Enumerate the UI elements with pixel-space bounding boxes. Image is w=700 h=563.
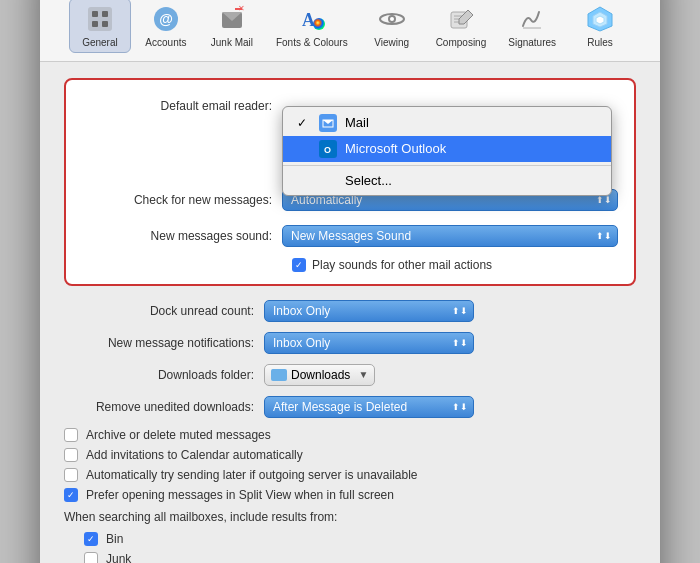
rules-icon — [584, 3, 616, 35]
composing-label: Composing — [436, 37, 487, 48]
junk-checkbox[interactable] — [84, 552, 98, 564]
remove-unedited-row: Remove unedited downloads: After Message… — [64, 396, 636, 418]
folder-icon — [271, 369, 287, 381]
svg-rect-4 — [102, 21, 108, 27]
downloads-folder-button[interactable]: Downloads ▼ — [264, 364, 375, 386]
svg-point-15 — [390, 17, 394, 21]
default-email-row: Default email reader: ✓ — [82, 92, 618, 120]
toolbar-rules[interactable]: Rules — [569, 0, 631, 53]
viewing-icon — [376, 3, 408, 35]
toolbar-general[interactable]: General — [69, 0, 131, 53]
svg-marker-24 — [596, 16, 604, 24]
search-section-title: When searching all mailboxes, include re… — [64, 510, 636, 524]
svg-text:O: O — [324, 145, 331, 155]
archive-delete-label: Archive or delete muted messages — [86, 428, 271, 442]
downloads-folder-row: Downloads folder: Downloads ▼ — [64, 364, 636, 386]
check-new-label: Check for new messages: — [82, 193, 282, 207]
junk-mail-icon: ✕ — [216, 3, 248, 35]
archive-delete-checkbox[interactable] — [64, 428, 78, 442]
email-reader-popup: ✓ Mail — [282, 106, 612, 196]
new-msg-notif-value: Inbox Only — [273, 336, 330, 350]
junk-label: Junk — [106, 552, 131, 564]
search-section: When searching all mailboxes, include re… — [64, 510, 636, 564]
new-msg-sound-value: New Messages Sound — [291, 229, 411, 243]
svg-text:✕: ✕ — [238, 4, 245, 13]
dock-unread-arrow: ⬆⬇ — [452, 306, 468, 316]
mail-checkmark: ✓ — [297, 116, 311, 130]
svg-rect-0 — [88, 7, 112, 31]
dock-unread-dropdown[interactable]: Inbox Only ⬆⬇ — [264, 300, 474, 322]
junk-row: Junk — [84, 552, 636, 564]
search-checkboxes: ✓ Bin Junk Encrypted Messages — [64, 532, 636, 564]
remove-arrow: ⬆⬇ — [452, 402, 468, 412]
dock-unread-value: Inbox Only — [273, 304, 330, 318]
new-msg-sound-dropdown[interactable]: New Messages Sound ⬆⬇ — [282, 225, 618, 247]
svg-rect-3 — [92, 21, 98, 27]
downloads-value: Downloads — [291, 368, 350, 382]
auto-try-label: Automatically try sending later if outgo… — [86, 468, 418, 482]
auto-try-checkbox[interactable] — [64, 468, 78, 482]
outlook-label: Microsoft Outlook — [345, 141, 446, 156]
svg-point-12 — [313, 18, 325, 30]
rules-label: Rules — [587, 37, 613, 48]
new-msg-sound-control: New Messages Sound ⬆⬇ — [282, 225, 618, 247]
play-sounds-row: ✓ Play sounds for other mail actions — [82, 258, 618, 272]
bin-label: Bin — [106, 532, 123, 546]
auto-try-row: Automatically try sending later if outgo… — [64, 468, 636, 482]
sound-arrow: ⬆⬇ — [596, 231, 612, 241]
accounts-label: Accounts — [145, 37, 186, 48]
bin-row: ✓ Bin — [84, 532, 636, 546]
remove-unedited-label: Remove unedited downloads: — [64, 400, 264, 414]
select-label: Select... — [345, 173, 392, 188]
dock-unread-row: Dock unread count: Inbox Only ⬆⬇ — [64, 300, 636, 322]
add-invitations-label: Add invitations to Calendar automaticall… — [86, 448, 303, 462]
preferences-window: General General @ — [40, 0, 660, 563]
accounts-icon: @ — [150, 3, 182, 35]
popup-item-mail[interactable]: ✓ Mail — [283, 110, 611, 136]
add-invitations-row: Add invitations to Calendar automaticall… — [64, 448, 636, 462]
play-sounds-checkbox[interactable]: ✓ — [292, 258, 306, 272]
add-invitations-checkbox[interactable] — [64, 448, 78, 462]
new-msg-notif-row: New message notifications: Inbox Only ⬆⬇ — [64, 332, 636, 354]
svg-rect-2 — [102, 11, 108, 17]
toolbar: General @ Accounts ✕ Junk Mail — [40, 0, 660, 62]
general-icon — [84, 3, 116, 35]
toolbar-viewing[interactable]: Viewing — [361, 0, 423, 53]
archive-delete-row: Archive or delete muted messages — [64, 428, 636, 442]
prefer-split-label: Prefer opening messages in Split View wh… — [86, 488, 394, 502]
new-msg-sound-label: New messages sound: — [82, 229, 282, 243]
popup-separator — [283, 165, 611, 166]
toolbar-fonts-colours[interactable]: A Fonts & Colours — [267, 0, 357, 53]
toolbar-signatures[interactable]: Signatures — [499, 0, 565, 53]
popup-item-select[interactable]: Select... — [283, 169, 611, 192]
remove-unedited-dropdown[interactable]: After Message is Deleted ⬆⬇ — [264, 396, 474, 418]
composing-icon — [445, 3, 477, 35]
new-msg-notif-label: New message notifications: — [64, 336, 264, 350]
new-msg-sound-row: New messages sound: New Messages Sound ⬆… — [82, 222, 618, 250]
mail-label: Mail — [345, 115, 369, 130]
prefer-split-checkbox[interactable]: ✓ — [64, 488, 78, 502]
checkboxes-section: Archive or delete muted messages Add inv… — [64, 428, 636, 502]
notif-arrow: ⬆⬇ — [452, 338, 468, 348]
svg-rect-1 — [92, 11, 98, 17]
signatures-label: Signatures — [508, 37, 556, 48]
fonts-colours-label: Fonts & Colours — [276, 37, 348, 48]
toolbar-junk-mail[interactable]: ✕ Junk Mail — [201, 0, 263, 53]
remove-unedited-value: After Message is Deleted — [273, 400, 407, 414]
bin-checkbox[interactable]: ✓ — [84, 532, 98, 546]
junk-mail-label: Junk Mail — [211, 37, 253, 48]
highlighted-section: Default email reader: ✓ — [64, 78, 636, 286]
new-msg-notif-dropdown[interactable]: Inbox Only ⬆⬇ — [264, 332, 474, 354]
check-new-arrow: ⬆⬇ — [596, 195, 612, 205]
svg-text:@: @ — [159, 11, 173, 27]
toolbar-composing[interactable]: Composing — [427, 0, 496, 53]
viewing-label: Viewing — [374, 37, 409, 48]
toolbar-accounts[interactable]: @ Accounts — [135, 0, 197, 53]
mail-app-icon — [319, 114, 337, 132]
svg-text:A: A — [302, 10, 315, 30]
dock-unread-label: Dock unread count: — [64, 304, 264, 318]
downloads-folder-label: Downloads folder: — [64, 368, 264, 382]
downloads-arrow: ▼ — [358, 369, 368, 380]
general-label: General — [82, 37, 118, 48]
popup-item-outlook[interactable]: O Microsoft Outlook — [283, 136, 611, 162]
